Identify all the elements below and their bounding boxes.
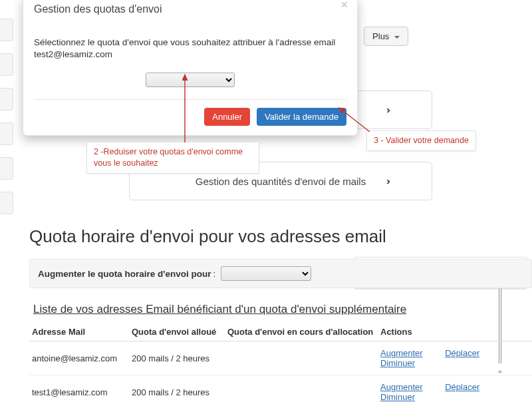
callout-step-2: 2 -Reduiser votre quotas d'envoi comme v… (86, 142, 259, 174)
list-title: Liste de vos adresses Email bénéficiant … (33, 303, 532, 316)
modal-body: Sélectionnez le quota d'envoi que vous s… (34, 17, 346, 99)
cell-alloc (225, 375, 378, 403)
th-actions: Actions (378, 323, 532, 341)
caret-down-icon (394, 36, 400, 39)
left-sidebar-stubs (0, 19, 13, 226)
page-title: Quota horaire d'envoi pour vos adresses … (29, 226, 532, 247)
action-deplacer[interactable]: Déplacer (445, 382, 479, 392)
close-icon[interactable]: × (340, 0, 348, 12)
modal-title: Gestion des quotas d'envoi (34, 3, 346, 15)
action-diminuer[interactable]: Diminuer (380, 392, 415, 402)
th-alloc: Quota d'envoi en cours d'allocation (225, 323, 378, 341)
more-button-label: Plus (372, 31, 389, 41)
action-augmenter[interactable]: Augmenter (380, 348, 423, 358)
panel-box-2-label: Gestion des quantités d'envoi de mails (196, 176, 366, 187)
filter-select[interactable] (221, 266, 311, 281)
th-mail: Adresse Mail (29, 323, 129, 341)
filter-colon: : (213, 269, 216, 279)
table-row: test1@lesamiz.com 200 mails / 2 heures A… (29, 375, 532, 403)
cell-mail: antoine@lesamiz.com (29, 341, 129, 375)
quota-modal: Gestion des quotas d'envoi × Sélectionne… (23, 0, 358, 136)
quota-table: Adresse Mail Quota d'envoi alloué Quota … (29, 323, 532, 402)
chevron-right-icon: ›› (386, 175, 388, 186)
action-deplacer[interactable]: Déplacer (445, 348, 479, 358)
modal-body-text: Sélectionnez le quota d'envoi que vous s… (34, 37, 335, 47)
toolbar: Plus (364, 27, 408, 46)
th-quota: Quota d'envoi alloué (129, 323, 225, 341)
filter-row: Augmenter le quota horaire d'envoi pour … (29, 259, 532, 288)
quota-select[interactable] (146, 73, 235, 87)
validate-button[interactable]: Valider la demande (257, 108, 346, 126)
cell-alloc (225, 341, 378, 375)
cell-quota: 200 mails / 2 heures (129, 341, 225, 375)
filter-label: Augmenter le quota horaire d'envoi pour (38, 269, 211, 279)
callout-step-3: 3 - Valider votre demande (366, 130, 476, 151)
chevron-right-icon: ›› (386, 104, 388, 115)
modal-body-email: test2@lesamiz.com (34, 49, 112, 59)
main-content: Quota horaire d'envoi pour vos adresses … (29, 226, 532, 402)
modal-footer: Annuler Valider la demande (34, 99, 346, 126)
cell-quota: 200 mails / 2 heures (129, 375, 225, 403)
more-button[interactable]: Plus (364, 27, 408, 46)
table-row: antoine@lesamiz.com 200 mails / 2 heures… (29, 341, 532, 375)
action-augmenter[interactable]: Augmenter (380, 382, 423, 392)
cell-mail: test1@lesamiz.com (29, 375, 129, 403)
cancel-button[interactable]: Annuler (204, 108, 250, 126)
action-diminuer[interactable]: Diminuer (380, 358, 415, 368)
